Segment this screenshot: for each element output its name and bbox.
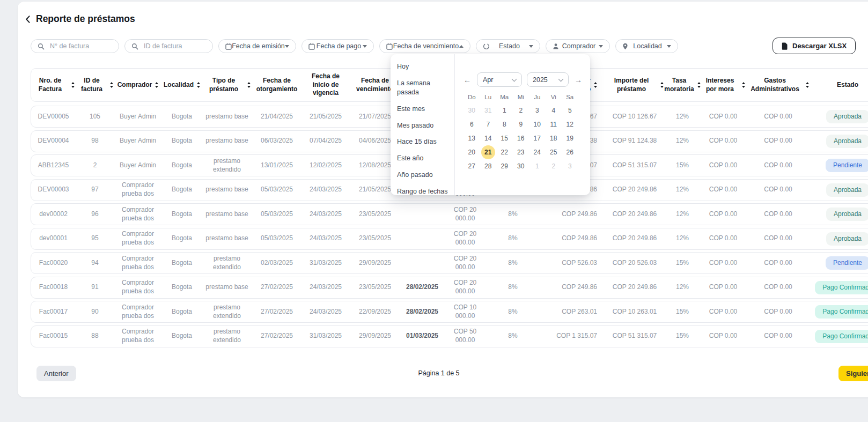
table-cell bbox=[401, 228, 444, 249]
calendar-day[interactable]: 6 bbox=[464, 117, 480, 131]
table-cell: Buyer Admin bbox=[114, 106, 161, 127]
table-cell: 2 bbox=[76, 155, 114, 176]
calendar-day[interactable]: 18 bbox=[546, 131, 562, 145]
date-preset-option[interactable]: Mes pasado bbox=[391, 117, 454, 134]
payment-date-filter[interactable]: Fecha de pago bbox=[301, 39, 374, 53]
estado-filter[interactable]: Estado bbox=[476, 39, 540, 53]
sort-icon[interactable] bbox=[806, 82, 809, 88]
date-preset-option[interactable]: Hoy bbox=[391, 58, 454, 75]
date-preset-option[interactable]: Este mes bbox=[391, 101, 454, 117]
table-cell: 28/02/2025 bbox=[401, 301, 444, 322]
table-cell: 12% bbox=[665, 180, 700, 201]
calendar-day[interactable]: 20 bbox=[464, 145, 480, 159]
column-header[interactable]: Localidad bbox=[161, 69, 202, 101]
sort-icon[interactable] bbox=[110, 82, 113, 88]
invoice-id-input[interactable] bbox=[143, 42, 206, 50]
calendar-day[interactable]: 5 bbox=[562, 103, 578, 117]
calendar-day[interactable]: 8 bbox=[496, 117, 513, 131]
calendar-day[interactable]: 15 bbox=[496, 131, 513, 145]
table-cell: Bogota bbox=[161, 155, 202, 176]
calendar-day[interactable]: 26 bbox=[562, 145, 578, 159]
date-preset-option[interactable]: La semana pasada bbox=[391, 75, 454, 101]
localidad-filter[interactable]: Localidad bbox=[615, 39, 678, 53]
sort-icon[interactable] bbox=[71, 82, 75, 88]
column-header[interactable]: Comprador bbox=[114, 69, 161, 101]
calendar-day[interactable]: 25 bbox=[546, 145, 562, 159]
next-page-button[interactable]: Siguiente bbox=[838, 366, 868, 381]
calendar-day[interactable]: 29 bbox=[496, 159, 513, 173]
calendar-day[interactable]: 28 bbox=[480, 159, 497, 173]
comprador-filter[interactable]: Comprador bbox=[546, 39, 610, 53]
sort-icon[interactable] bbox=[660, 82, 664, 88]
calendar-day[interactable]: 11 bbox=[546, 117, 562, 131]
sort-icon[interactable] bbox=[155, 82, 158, 88]
table-cell: 8% bbox=[487, 253, 539, 273]
calendar-day[interactable]: 1 bbox=[496, 103, 513, 117]
calendar-prev-month-arrow[interactable]: ← bbox=[462, 76, 472, 84]
calendar-icon bbox=[386, 43, 393, 50]
weekday-label: Mi bbox=[513, 92, 529, 102]
calendar-day[interactable]: 30 bbox=[513, 159, 529, 173]
calendar-day[interactable]: 30 bbox=[464, 103, 480, 117]
weekday-label: Lu bbox=[480, 92, 497, 102]
calendar-day[interactable]: 1 bbox=[529, 159, 546, 173]
table-cell: 21/04/2025 bbox=[252, 106, 302, 127]
table-cell: 12% bbox=[665, 277, 700, 298]
due-date-filter[interactable]: Fecha de vencimiento bbox=[379, 39, 470, 53]
calendar-day[interactable]: 10 bbox=[529, 117, 546, 131]
filter-label: Fecha de vencimiento bbox=[393, 42, 459, 50]
table-cell: Bogota bbox=[161, 253, 202, 273]
table-cell: Bogota bbox=[161, 228, 202, 249]
month-select[interactable]: Apr bbox=[477, 72, 522, 87]
sort-icon[interactable] bbox=[197, 82, 200, 88]
calendar-day[interactable]: 3 bbox=[529, 103, 546, 117]
sort-icon[interactable] bbox=[247, 82, 251, 88]
calendar-day[interactable]: 24 bbox=[529, 145, 546, 159]
calendar-day[interactable]: 31 bbox=[480, 103, 497, 117]
date-preset-option[interactable]: Rango de fechas bbox=[391, 183, 454, 200]
calendar-day[interactable]: 2 bbox=[546, 159, 562, 173]
column-header[interactable]: Tasa moratoria bbox=[665, 69, 700, 101]
column-header[interactable]: Intereses por mora bbox=[700, 69, 746, 101]
year-select[interactable]: 2025 bbox=[527, 72, 569, 87]
date-preset-option[interactable]: Este año bbox=[391, 150, 454, 167]
calendar-icon bbox=[308, 43, 315, 50]
calendar-day[interactable]: 13 bbox=[464, 131, 480, 145]
calendar-day[interactable]: 7 bbox=[480, 117, 497, 131]
calendar-day[interactable]: 22 bbox=[496, 145, 513, 159]
calendar-day[interactable]: 14 bbox=[480, 131, 497, 145]
column-header[interactable]: Nro. de Factura bbox=[31, 69, 76, 101]
column-header[interactable]: ID de factura bbox=[76, 69, 114, 101]
calendar-day[interactable]: 3 bbox=[562, 159, 578, 173]
calendar-day[interactable]: 9 bbox=[513, 117, 529, 131]
table-cell: COP 0.00 bbox=[746, 106, 810, 127]
table-cell: COP 0.00 bbox=[700, 326, 746, 347]
column-header-label: Gastos Administrativos bbox=[747, 77, 803, 93]
back-icon[interactable] bbox=[24, 15, 32, 24]
table-cell: 06/03/2025 bbox=[252, 131, 302, 152]
calendar-day[interactable]: 2 bbox=[513, 103, 529, 117]
column-header[interactable]: Tipo de préstamo bbox=[202, 69, 252, 101]
calendar-day[interactable]: 4 bbox=[546, 103, 562, 117]
calendar-next-month-arrow[interactable]: → bbox=[573, 76, 583, 84]
emission-date-filter[interactable]: Fecha de emisión bbox=[218, 39, 296, 53]
table-cell: Aprobada bbox=[810, 228, 868, 249]
column-header[interactable]: Gastos Administrativos bbox=[746, 69, 810, 101]
sort-icon[interactable] bbox=[594, 82, 597, 88]
calendar-day[interactable]: 17 bbox=[529, 131, 546, 145]
status-badge: Pago Confirmado bbox=[815, 305, 868, 319]
calendar-day[interactable]: 27 bbox=[464, 159, 480, 173]
column-header[interactable]: Importe del préstamo bbox=[605, 69, 665, 101]
calendar-day[interactable]: 16 bbox=[513, 131, 529, 145]
table-row: dev0000195Comprador prueba dosBogotapres… bbox=[31, 228, 868, 250]
download-xlsx-button[interactable]: Descargar XLSX bbox=[773, 38, 856, 54]
table-cell: Fac00015 bbox=[31, 326, 76, 347]
date-preset-option[interactable]: Año pasado bbox=[391, 167, 454, 183]
invoice-number-input[interactable] bbox=[49, 42, 112, 50]
calendar-day[interactable]: 12 bbox=[562, 117, 578, 131]
date-preset-option[interactable]: Hace 15 días bbox=[391, 134, 454, 150]
calendar-day-selected[interactable]: 21 bbox=[480, 145, 497, 159]
calendar-day[interactable]: 19 bbox=[562, 131, 578, 145]
calendar-day[interactable]: 23 bbox=[513, 145, 529, 159]
sort-icon[interactable] bbox=[742, 82, 745, 88]
